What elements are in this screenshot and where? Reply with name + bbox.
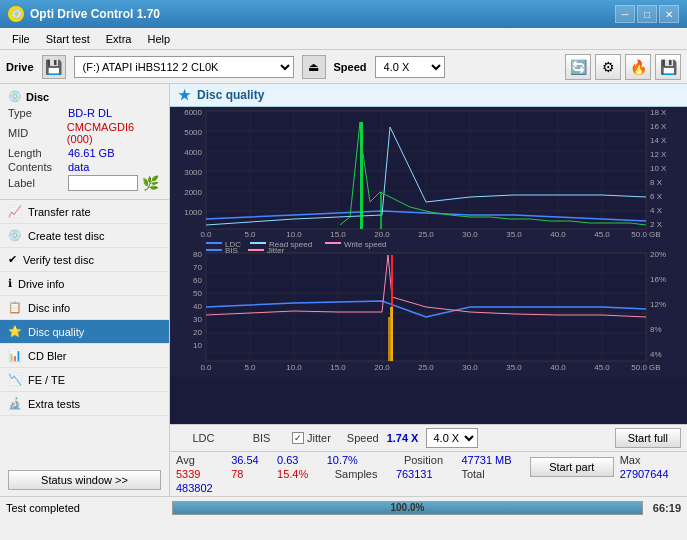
speed-label: Speed [334,61,367,73]
transfer-rate-icon: 📈 [8,205,22,218]
speed-chart-select[interactable]: 4.0 X [426,428,478,448]
cd-bler-icon: 📊 [8,349,22,362]
bis-col-header: BIS [239,432,284,444]
panel-title: Disc quality [197,88,264,102]
progress-label: 100.0% [173,502,642,514]
sidebar-item-create-test-disc[interactable]: 💿 Create test disc [0,224,169,248]
burn-button[interactable]: 🔥 [625,54,651,80]
length-label: Length [8,147,68,159]
drive-info-label: Drive info [18,278,64,290]
menu-starttest[interactable]: Start test [38,31,98,47]
svg-text:6 X: 6 X [650,192,663,201]
svg-text:BIS: BIS [225,246,238,255]
svg-text:30.0: 30.0 [462,363,478,372]
drive-icon: 💾 [42,55,66,79]
svg-text:0.0: 0.0 [200,230,212,239]
svg-text:16 X: 16 X [650,122,667,131]
svg-text:10.0: 10.0 [286,363,302,372]
status-bar: Test completed 100.0% 66:19 [0,496,687,518]
start-full-button[interactable]: Start full [615,428,681,448]
refresh-button[interactable]: 🔄 [565,54,591,80]
svg-text:20.0: 20.0 [374,363,390,372]
svg-text:15.0: 15.0 [330,230,346,239]
svg-text:20.0: 20.0 [374,230,390,239]
minimize-button[interactable]: ─ [615,5,635,23]
samples-value: 763131 [396,468,456,480]
status-window-button[interactable]: Status window >> [8,470,161,490]
sidebar-item-cd-bler[interactable]: 📊 CD Bler [0,344,169,368]
svg-text:10.0: 10.0 [286,230,302,239]
svg-rect-83 [390,307,393,361]
svg-text:1000: 1000 [184,208,202,217]
menu-help[interactable]: Help [139,31,178,47]
svg-text:4%: 4% [650,350,662,359]
disc-label-box[interactable] [68,175,138,191]
menu-bar: File Start test Extra Help [0,28,687,50]
jitter-col-header: Jitter [307,432,331,444]
status-text: Test completed [6,502,166,514]
start-part-button[interactable]: Start part [530,457,614,477]
verify-test-disc-label: Verify test disc [23,254,94,266]
maximize-button[interactable]: □ [637,5,657,23]
position-label: Position [404,454,456,466]
svg-text:45.0: 45.0 [594,230,610,239]
svg-text:25.0: 25.0 [418,230,434,239]
speed-col-header: Speed [347,432,379,444]
disc-quality-label: Disc quality [28,326,84,338]
svg-text:12%: 12% [650,300,666,309]
svg-text:50: 50 [193,289,202,298]
svg-text:5.0: 5.0 [244,230,256,239]
charts-area: 6000 5000 4000 3000 2000 1000 18 X 16 X … [170,107,687,424]
drive-bar: Drive 💾 (F:) ATAPI iHBS112 2 CL0K ⏏ Spee… [0,50,687,84]
contents-label: Contents [8,161,68,173]
close-button[interactable]: ✕ [659,5,679,23]
svg-text:50.0 GB: 50.0 GB [631,230,660,239]
svg-text:25.0: 25.0 [418,363,434,372]
charts-svg: 6000 5000 4000 3000 2000 1000 18 X 16 X … [170,107,687,377]
svg-rect-84 [388,317,390,361]
settings-button[interactable]: ⚙ [595,54,621,80]
sidebar-item-disc-quality[interactable]: ⭐ Disc quality [0,320,169,344]
svg-text:20%: 20% [650,250,666,259]
progress-bar: 100.0% [172,501,643,515]
total-label: Total [461,468,524,480]
disc-section-label: Disc [26,91,49,103]
svg-text:40.0: 40.0 [550,230,566,239]
sidebar-item-drive-info[interactable]: ℹ Drive info [0,272,169,296]
status-time: 66:19 [653,502,681,514]
svg-text:45.0: 45.0 [594,363,610,372]
eject-icon[interactable]: ⏏ [302,55,326,79]
speed-select[interactable]: 4.0 X [375,56,445,78]
menu-extra[interactable]: Extra [98,31,140,47]
disc-info-icon: 📋 [8,301,22,314]
sidebar-item-disc-info[interactable]: 📋 Disc info [0,296,169,320]
total-ldc-value: 27907644 [620,468,681,480]
drive-info-icon: ℹ [8,277,12,290]
svg-text:8%: 8% [650,325,662,334]
drive-select[interactable]: (F:) ATAPI iHBS112 2 CL0K [74,56,294,78]
length-value: 46.61 GB [68,147,114,159]
drive-label: Drive [6,61,34,73]
sidebar-item-fe-te[interactable]: 📉 FE / TE [0,368,169,392]
contents-value: data [68,161,89,173]
max-jitter-value: 15.4% [277,468,321,480]
extra-tests-icon: 🔬 [8,397,22,410]
save-button[interactable]: 💾 [655,54,681,80]
sidebar-item-verify-test-disc[interactable]: ✔ Verify test disc [0,248,169,272]
sidebar-item-extra-tests[interactable]: 🔬 Extra tests [0,392,169,416]
svg-rect-34 [380,192,382,229]
panel-icon: ★ [178,87,191,103]
svg-text:80: 80 [193,250,202,259]
menu-file[interactable]: File [4,31,38,47]
sidebar: 💿 Disc Type BD-R DL MID CMCMAGDI6 (000) … [0,84,170,496]
svg-text:18 X: 18 X [650,108,667,117]
sidebar-item-transfer-rate[interactable]: 📈 Transfer rate [0,200,169,224]
position-value: 47731 MB [461,454,524,466]
jitter-checkbox[interactable] [292,432,304,444]
svg-text:10 X: 10 X [650,164,667,173]
speed-display-value: 1.74 X [387,432,419,444]
svg-text:Write speed: Write speed [344,240,387,249]
svg-text:8 X: 8 X [650,178,663,187]
avg-bis-value: 0.63 [277,454,321,466]
panel-header: ★ Disc quality [170,84,687,107]
